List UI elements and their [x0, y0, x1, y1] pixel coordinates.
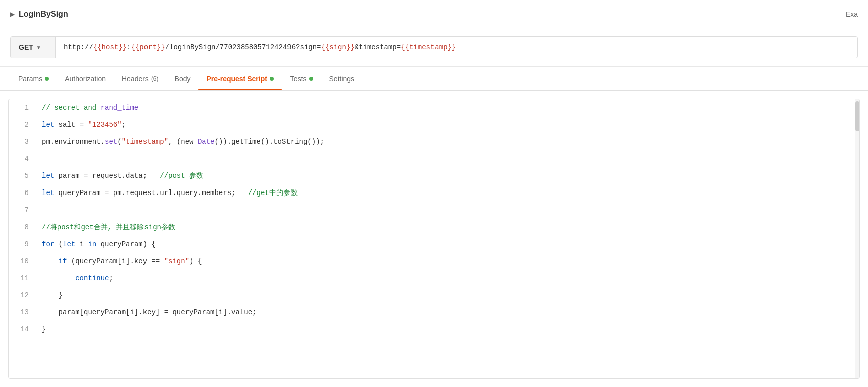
code-line-3: pm.environment.set("timestamp", (new Dat… [42, 133, 851, 150]
params-dot [45, 77, 49, 81]
top-bar: ▶ LoginBySign Exa [0, 0, 868, 28]
line-num-6: 6 [14, 184, 29, 202]
main-content: GET ▼ http://{{host}}:{{port}}/loginBySi… [0, 28, 868, 387]
line-num-14: 14 [14, 321, 29, 338]
line-num-12: 12 [14, 287, 29, 304]
tab-tests-label: Tests [290, 75, 307, 83]
tab-params[interactable]: Params [10, 67, 57, 90]
tab-pre-request-label: Pre-request Script [206, 75, 267, 83]
code-line-10: if (queryParam[i].key == "sign") { [42, 253, 851, 270]
method-dropdown[interactable]: GET ▼ [11, 37, 56, 58]
code-line-11: continue; [42, 270, 851, 287]
line-num-9: 9 [14, 236, 29, 253]
pre-request-dot [270, 77, 274, 81]
headers-badge: (6) [151, 75, 159, 82]
line-num-3: 3 [14, 133, 29, 150]
line-num-5: 5 [14, 167, 29, 184]
line-num-10: 10 [14, 253, 29, 270]
method-label: GET [19, 43, 33, 51]
line-num-2: 2 [14, 116, 29, 133]
code-line-6: let queryParam = pm.request.url.query.me… [42, 184, 851, 202]
tab-authorization[interactable]: Authorization [57, 67, 114, 90]
url-section: GET ▼ http://{{host}}:{{port}}/loginBySi… [0, 28, 868, 67]
tab-params-label: Params [18, 75, 42, 83]
tab-body[interactable]: Body [167, 67, 199, 90]
line-num-13: 13 [14, 304, 29, 321]
method-chevron-icon: ▼ [36, 45, 41, 50]
code-editor[interactable]: 1 2 3 4 5 6 7 8 9 10 11 12 13 14 // secr… [8, 99, 860, 379]
code-line-2: let salt = "123456"; [42, 116, 851, 133]
line-num-11: 11 [14, 270, 29, 287]
code-line-4 [42, 150, 851, 167]
scrollbar-thumb[interactable] [855, 101, 859, 131]
tab-headers-label: Headers [122, 75, 149, 83]
url-input[interactable]: http://{{host}}:{{port}}/loginBySign/770… [56, 43, 857, 51]
code-lines: // secret and rand_time let salt = "1234… [34, 99, 859, 338]
tab-body-label: Body [175, 75, 191, 83]
tab-settings[interactable]: Settings [321, 67, 363, 90]
line-num-1: 1 [14, 99, 29, 116]
code-line-8: //将post和get合并, 并且移除sign参数 [42, 219, 851, 236]
code-line-9: for (let i in queryParam) { [42, 236, 851, 253]
tab-authorization-label: Authorization [65, 75, 106, 83]
code-line-5: let param = request.data; //post 参数 [42, 167, 851, 184]
line-num-7: 7 [14, 202, 29, 219]
request-title: LoginBySign [19, 10, 68, 19]
tests-dot [309, 77, 313, 81]
line-numbers: 1 2 3 4 5 6 7 8 9 10 11 12 13 14 [9, 99, 34, 338]
code-area: 1 2 3 4 5 6 7 8 9 10 11 12 13 14 // secr… [9, 99, 859, 338]
code-line-1: // secret and rand_time [42, 99, 851, 116]
tab-pre-request[interactable]: Pre-request Script [198, 67, 281, 90]
code-line-14: } [42, 321, 851, 338]
tab-settings-label: Settings [329, 75, 355, 83]
line-num-8: 8 [14, 219, 29, 236]
code-line-13: param[queryParam[i].key] = queryParam[i]… [42, 304, 851, 321]
top-bar-right-text: Exa [846, 10, 858, 18]
line-num-4: 4 [14, 150, 29, 167]
url-bar: GET ▼ http://{{host}}:{{port}}/loginBySi… [10, 36, 858, 58]
chevron-icon: ▶ [10, 11, 15, 18]
code-line-12: } [42, 287, 851, 304]
tab-headers[interactable]: Headers (6) [114, 67, 167, 90]
code-line-7 [42, 202, 851, 219]
tab-tests[interactable]: Tests [282, 67, 321, 90]
tabs-section: Params Authorization Headers (6) Body Pr… [0, 67, 868, 91]
scrollbar-track[interactable] [855, 99, 859, 378]
